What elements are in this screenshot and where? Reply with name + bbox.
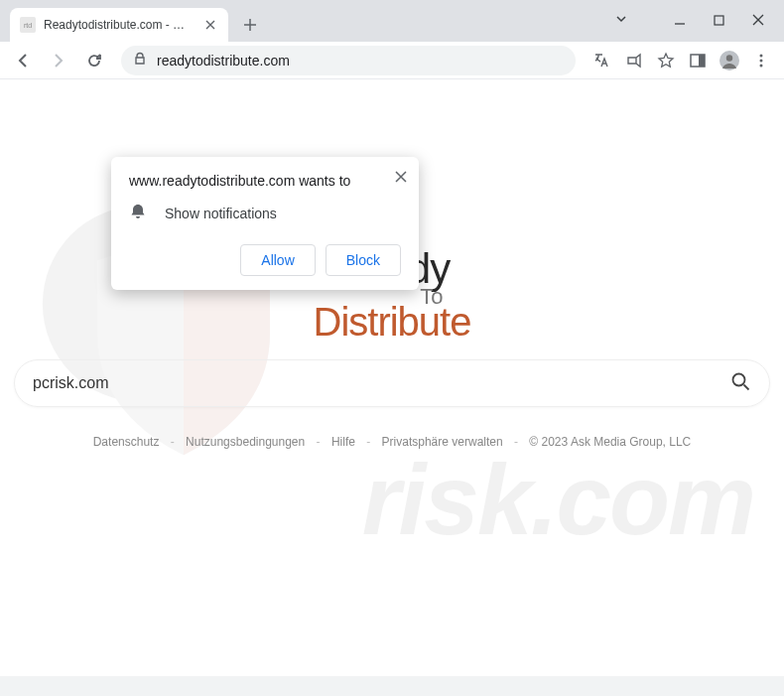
svg-rect-2 [699, 55, 705, 67]
svg-point-6 [760, 59, 763, 62]
avatar-icon [719, 50, 740, 71]
close-icon [395, 171, 407, 183]
translate-icon [593, 52, 611, 70]
arrow-left-icon [14, 52, 32, 70]
footer-help-link[interactable]: Hilfe [331, 435, 355, 449]
new-tab-button[interactable] [236, 11, 264, 39]
site-lock-button[interactable] [133, 52, 147, 70]
lock-icon [133, 52, 147, 66]
browser-toolbar [0, 42, 784, 79]
dialog-title: www.readytodistribute.com wants to [129, 173, 401, 189]
close-window-button[interactable] [752, 12, 764, 30]
svg-point-5 [760, 54, 763, 57]
footer-copyright: © 2023 Ask Media Group, LLC [529, 435, 691, 449]
chevron-down-icon [614, 12, 628, 26]
search-icon [729, 370, 751, 392]
svg-point-7 [760, 64, 763, 67]
window-controls [614, 0, 784, 42]
tab-title: Readytodistribute.com - What's Y [44, 18, 195, 32]
search-box[interactable] [14, 359, 770, 407]
window-titlebar: rtd Readytodistribute.com - What's Y [0, 0, 784, 42]
bottom-strip [0, 676, 784, 696]
star-icon [657, 52, 675, 70]
watermark-text: risk.com [362, 443, 754, 557]
search-input[interactable] [33, 374, 729, 392]
minimize-icon [674, 14, 686, 26]
permission-label: Show notifications [165, 206, 277, 221]
tab-search-button[interactable] [614, 12, 628, 30]
search-submit-button[interactable] [729, 370, 751, 396]
menu-button[interactable] [746, 46, 776, 75]
arrow-right-icon [50, 52, 67, 70]
footer-privacy-link[interactable]: Datenschutz [93, 435, 160, 449]
bookmark-button[interactable] [651, 46, 681, 75]
svg-rect-0 [715, 16, 723, 25]
translate-button[interactable] [588, 46, 617, 75]
close-icon [205, 20, 215, 30]
page-content: risk.com Ready To Distribute Datenschutz… [0, 79, 784, 676]
notification-permission-dialog: www.readytodistribute.com wants to Show … [111, 157, 419, 290]
minimize-button[interactable] [674, 12, 686, 30]
address-bar[interactable] [121, 46, 576, 75]
browser-tab[interactable]: rtd Readytodistribute.com - What's Y [10, 8, 228, 42]
logo-distribute: Distribute [314, 302, 471, 342]
dialog-close-button[interactable] [395, 169, 407, 187]
back-button[interactable] [8, 46, 38, 75]
tab-favicon: rtd [20, 17, 36, 33]
allow-button[interactable]: Allow [240, 244, 315, 276]
tab-close-button[interactable] [202, 17, 218, 33]
reload-icon [85, 52, 103, 70]
reload-button[interactable] [79, 46, 109, 75]
panel-icon [689, 52, 707, 70]
plus-icon [243, 18, 257, 32]
page-footer: Datenschutz - Nutzungsbedingungen - Hilf… [0, 435, 784, 449]
svg-point-9 [733, 374, 745, 386]
url-input[interactable] [157, 53, 564, 69]
bell-icon [129, 203, 147, 224]
share-button[interactable] [619, 46, 649, 75]
footer-terms-link[interactable]: Nutzungsbedingungen [186, 435, 305, 449]
block-button[interactable]: Block [326, 244, 401, 276]
profile-button[interactable] [715, 46, 744, 75]
maximize-button[interactable] [714, 12, 724, 30]
share-icon [625, 52, 643, 70]
kebab-icon [752, 52, 770, 70]
maximize-icon [714, 15, 724, 26]
sidepanel-button[interactable] [683, 46, 713, 75]
footer-manage-privacy-link[interactable]: Privatsphäre verwalten [382, 435, 503, 449]
svg-point-4 [726, 55, 732, 61]
close-icon [752, 14, 764, 26]
forward-button[interactable] [44, 46, 73, 75]
